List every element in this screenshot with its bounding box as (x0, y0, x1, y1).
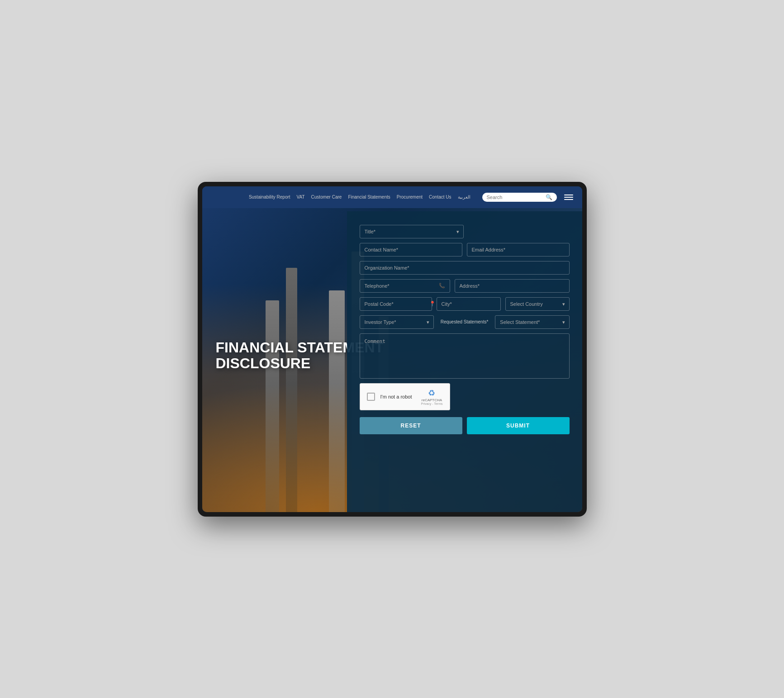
captcha-logo: ♻ reCAPTCHA Privacy - Terms (421, 388, 442, 405)
hamburger-line-3 (564, 199, 573, 200)
recaptcha-icon: ♻ (421, 388, 442, 398)
device-frame: Sustainability Report VAT Customer Care … (198, 182, 587, 517)
comment-row (360, 333, 570, 379)
nav-links: Sustainability Report VAT Customer Care … (249, 195, 470, 199)
comment-textarea[interactable] (360, 333, 570, 379)
country-select-wrapper: Select Country (505, 297, 570, 311)
telephone-input[interactable] (365, 280, 437, 292)
nav-vat[interactable]: VAT (297, 195, 305, 199)
telephone-address-row: 📞 (360, 279, 570, 293)
title-select[interactable]: Title* Mr. Mrs. Ms. Dr. (360, 225, 464, 238)
hamburger-menu[interactable] (564, 195, 573, 200)
hamburger-line-2 (564, 197, 573, 198)
statement-select[interactable]: Select Statement* Annual Report Quarterl… (495, 315, 569, 329)
recaptcha-brand: reCAPTCHA (421, 398, 442, 402)
address-field (455, 279, 570, 293)
device-wrapper: Sustainability Report VAT Customer Care … (189, 168, 596, 530)
captcha-row: I'm not a robot ♻ reCAPTCHA Privacy - Te… (360, 383, 570, 410)
city-input[interactable] (437, 297, 501, 311)
address-input[interactable] (455, 279, 570, 293)
contact-email-row (360, 243, 570, 256)
captcha-box[interactable]: I'm not a robot ♻ reCAPTCHA Privacy - Te… (360, 383, 450, 410)
form-panel: Title* Mr. Mrs. Ms. Dr. (347, 211, 582, 512)
investor-type-wrapper: Investor Type* Individual Institutional (360, 315, 434, 329)
captcha-checkbox[interactable] (367, 393, 375, 401)
requested-statements-label: Requested Statements* (438, 319, 491, 324)
nav-customer-care[interactable]: Customer Care (311, 195, 342, 199)
contact-name-field (360, 243, 462, 256)
investor-statement-row: Investor Type* Individual Institutional … (360, 315, 570, 329)
postal-field: 📍 (360, 297, 432, 311)
nav-procurement[interactable]: Procurement (397, 195, 423, 199)
search-bar: 🔍 (482, 193, 557, 202)
postal-wrapper: 📍 (360, 297, 432, 311)
captcha-text: I'm not a robot (380, 394, 412, 399)
search-input[interactable] (487, 195, 546, 200)
contact-name-input[interactable] (360, 243, 462, 256)
postal-icon: 📍 (429, 301, 436, 307)
nav-sustainability[interactable]: Sustainability Report (249, 195, 290, 199)
tower-2 (286, 268, 297, 512)
telephone-wrapper: 📞 (360, 279, 450, 293)
email-input[interactable] (467, 243, 570, 256)
title-select-wrapper: Title* Mr. Mrs. Ms. Dr. (360, 225, 464, 238)
investor-type-select[interactable]: Investor Type* Individual Institutional (360, 315, 434, 329)
nav-financial-statements[interactable]: Financial Statements (348, 195, 390, 199)
email-field (467, 243, 570, 256)
navbar: Sustainability Report VAT Customer Care … (202, 186, 582, 208)
form-buttons: RESET SUBMIT (360, 417, 570, 434)
org-row (360, 261, 570, 275)
nav-arabic[interactable]: العربية (458, 195, 470, 199)
org-name-input[interactable] (360, 261, 570, 275)
phone-icon: 📞 (439, 283, 445, 289)
tower-1 (266, 300, 279, 512)
recaptcha-privacy: Privacy - Terms (421, 402, 442, 405)
country-select[interactable]: Select Country (505, 297, 570, 311)
org-name-field (360, 261, 570, 275)
title-row: Title* Mr. Mrs. Ms. Dr. (360, 225, 570, 238)
statement-select-wrapper: Select Statement* Annual Report Quarterl… (495, 315, 569, 329)
hamburger-line-1 (564, 195, 573, 195)
submit-button[interactable]: SUBMIT (467, 417, 570, 434)
city-field (437, 297, 501, 311)
postal-city-country-row: 📍 Select Country (360, 297, 570, 311)
postal-input[interactable] (365, 298, 427, 310)
reset-button[interactable]: RESET (360, 417, 462, 434)
search-icon: 🔍 (546, 194, 552, 200)
requested-statements-group: Requested Statements* (438, 315, 491, 329)
device-screen: Sustainability Report VAT Customer Care … (202, 186, 582, 512)
nav-contact-us[interactable]: Contact Us (429, 195, 451, 199)
telephone-field: 📞 (360, 279, 450, 293)
tower-3 (329, 290, 345, 512)
